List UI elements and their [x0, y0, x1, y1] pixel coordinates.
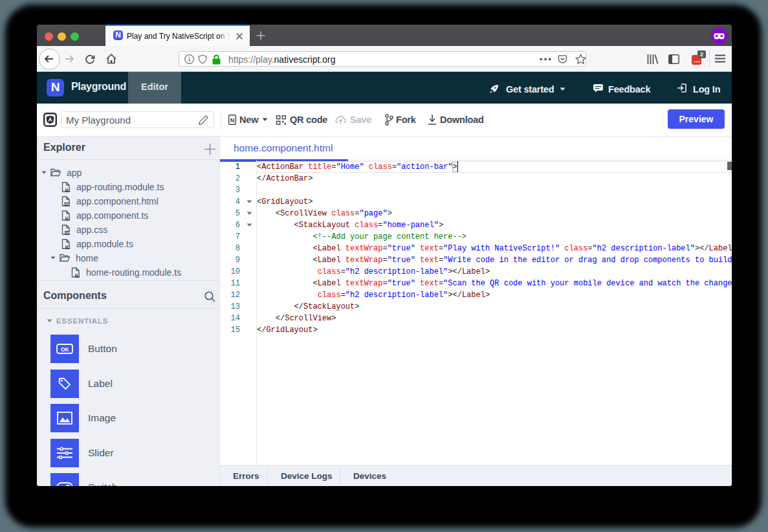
svg-text:CSS: CSS	[65, 231, 71, 234]
svg-text:N: N	[230, 117, 235, 124]
svg-text:TS: TS	[66, 188, 70, 192]
svg-text:TS: TS	[66, 217, 70, 220]
svg-text:OK: OK	[61, 346, 70, 353]
svg-text:HTML: HTML	[64, 203, 70, 206]
svg-text:TS: TS	[66, 245, 70, 249]
svg-text:TS: TS	[76, 274, 80, 277]
